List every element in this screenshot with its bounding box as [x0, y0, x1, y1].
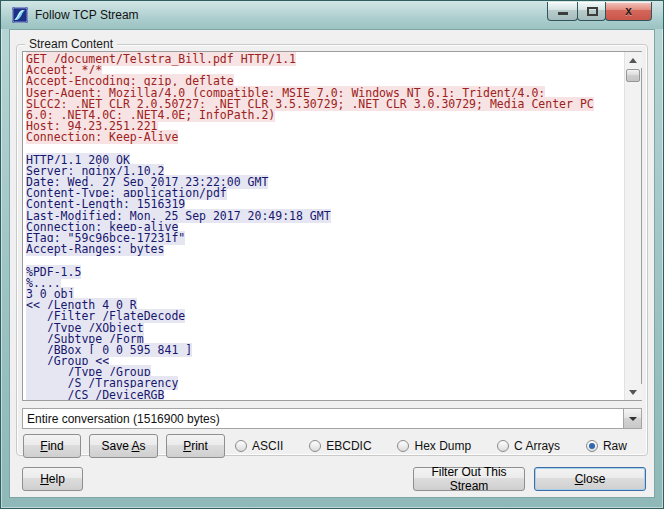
format-radio-ebcdic[interactable]: EBCDIC — [309, 439, 371, 453]
radio-label: EBCDIC — [326, 439, 371, 453]
scroll-up-icon — [629, 58, 637, 63]
radio-circle-icon — [586, 440, 598, 452]
window-controls: x — [548, 2, 652, 21]
wireshark-icon — [12, 7, 28, 23]
stream-line: /CS /DeviceRGB — [26, 390, 624, 400]
scrollbar-thumb[interactable] — [626, 69, 640, 82]
format-radio-group: ASCIIEBCDICHex DumpC ArraysRaw — [225, 439, 641, 453]
maximize-icon — [587, 7, 598, 16]
close-icon: x — [606, 4, 651, 18]
titlebar[interactable]: Follow TCP Stream x — [1, 1, 663, 29]
format-radio-c-arrays[interactable]: C Arrays — [497, 439, 560, 453]
radio-circle-icon — [397, 440, 409, 452]
stream-line: Accept-Ranges: bytes — [26, 244, 624, 255]
radio-label: Raw — [603, 439, 627, 453]
save-as-button[interactable]: Save As — [89, 434, 158, 458]
maximize-button[interactable] — [577, 2, 606, 21]
stream-line: GET /document/Telstra_Bill.pdf HTTP/1.1 — [26, 54, 624, 65]
conversation-combobox-dropdown-button[interactable] — [623, 409, 641, 428]
window-title: Follow TCP Stream — [35, 8, 139, 22]
radio-circle-icon — [497, 440, 509, 452]
radio-label: ASCII — [252, 439, 283, 453]
close-window-button[interactable]: x — [605, 2, 652, 21]
follow-tcp-stream-window: Follow TCP Stream x Stream Content GET /… — [0, 0, 664, 509]
scroll-down-button[interactable] — [625, 384, 642, 400]
conversation-combobox-value: Entire conversation (1516900 bytes) — [27, 412, 619, 426]
groupbox-label: Stream Content — [25, 37, 117, 51]
format-radio-ascii[interactable]: ASCII — [235, 439, 283, 453]
minimize-icon — [558, 12, 568, 15]
stream-line — [26, 255, 624, 266]
stream-line: %PDF-1.5 — [26, 267, 624, 278]
stream-textarea[interactable]: GET /document/Telstra_Bill.pdf HTTP/1.1A… — [22, 51, 642, 401]
stream-content-groupbox: Stream Content GET /document/Telstra_Bil… — [16, 44, 648, 456]
vertical-scrollbar[interactable] — [624, 52, 641, 400]
scroll-down-icon — [629, 390, 637, 395]
chevron-down-icon — [629, 417, 637, 421]
stream-line: /BBox [ 0 0 595 841 ] — [26, 345, 624, 356]
conversation-combobox[interactable]: Entire conversation (1516900 bytes) — [22, 408, 642, 429]
help-button[interactable]: Help — [22, 467, 83, 491]
radio-circle-icon — [235, 440, 247, 452]
radio-label: Hex Dump — [414, 439, 471, 453]
scroll-up-button[interactable] — [625, 52, 642, 68]
bottom-row: Help Filter Out This Stream Close — [22, 467, 646, 491]
format-radio-hex-dump[interactable]: Hex Dump — [397, 439, 471, 453]
print-button[interactable]: Print — [166, 434, 225, 458]
radio-label: C Arrays — [514, 439, 560, 453]
stream-text: GET /document/Telstra_Bill.pdf HTTP/1.1A… — [23, 52, 624, 400]
stream-line: Connection: Keep-Alive — [26, 132, 624, 143]
find-button[interactable]: Find — [23, 434, 81, 458]
radio-circle-icon — [309, 440, 321, 452]
close-button[interactable]: Close — [534, 467, 646, 491]
minimize-button[interactable] — [547, 2, 578, 21]
actions-row: Find Save As Print ASCIIEBCDICHex DumpC … — [23, 434, 641, 458]
dialog-body: Stream Content GET /document/Telstra_Bil… — [9, 29, 655, 498]
stream-line: %.... — [26, 278, 624, 289]
format-radio-raw[interactable]: Raw — [586, 439, 627, 453]
filter-out-stream-button[interactable]: Filter Out This Stream — [413, 467, 525, 491]
